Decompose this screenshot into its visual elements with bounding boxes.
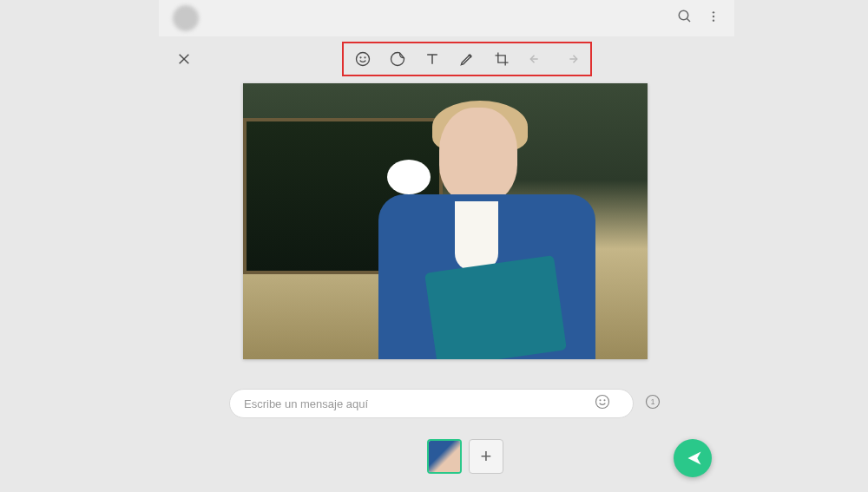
search-icon[interactable] bbox=[677, 9, 693, 28]
preview-photo bbox=[243, 83, 648, 359]
send-button[interactable] bbox=[674, 439, 712, 477]
caption-emoji-icon[interactable] bbox=[594, 393, 611, 414]
svg-point-3 bbox=[713, 16, 714, 17]
image-preview[interactable] bbox=[243, 83, 648, 359]
attachment-thumbs: + bbox=[427, 439, 503, 474]
menu-dots-icon[interactable] bbox=[707, 10, 720, 27]
view-once-icon[interactable]: 1 bbox=[644, 393, 661, 414]
svg-point-8 bbox=[360, 57, 361, 58]
svg-point-7 bbox=[357, 53, 370, 66]
sticker-icon[interactable] bbox=[389, 50, 406, 68]
image-edit-toolbar bbox=[342, 42, 592, 76]
svg-point-4 bbox=[713, 19, 714, 21]
close-icon[interactable] bbox=[172, 47, 196, 75]
avatar[interactable] bbox=[173, 5, 199, 31]
svg-point-2 bbox=[713, 11, 714, 13]
svg-point-0 bbox=[679, 10, 688, 20]
crop-icon[interactable] bbox=[493, 50, 510, 68]
caption-input[interactable] bbox=[229, 389, 634, 418]
chat-header bbox=[159, 0, 734, 36]
svg-line-1 bbox=[687, 18, 690, 22]
add-media-button[interactable]: + bbox=[469, 439, 503, 474]
svg-point-14 bbox=[604, 400, 605, 401]
caption-row: 1 bbox=[229, 389, 661, 418]
svg-point-13 bbox=[600, 400, 601, 401]
svg-point-9 bbox=[365, 57, 365, 58]
thumb-selected[interactable] bbox=[427, 439, 462, 474]
undo-icon[interactable] bbox=[528, 50, 545, 68]
redo-icon[interactable] bbox=[562, 50, 580, 68]
draw-icon[interactable] bbox=[458, 50, 476, 68]
svg-point-12 bbox=[596, 396, 609, 409]
emoji-icon[interactable] bbox=[354, 50, 372, 68]
text-icon[interactable] bbox=[424, 50, 441, 68]
svg-text:1: 1 bbox=[651, 397, 655, 406]
